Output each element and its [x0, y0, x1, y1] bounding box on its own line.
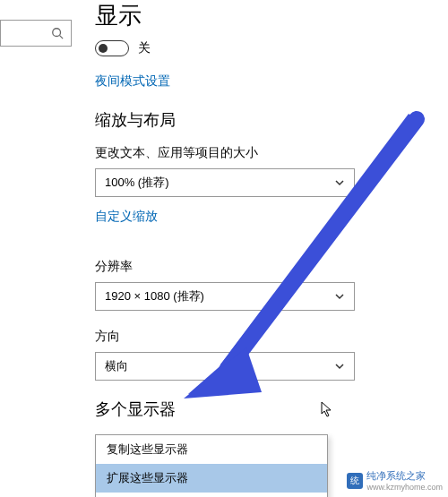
nightlight-settings-link[interactable]: 夜间模式设置: [95, 73, 170, 90]
resolution-group: 分辨率 1920 × 1080 (推荐): [95, 259, 435, 311]
orientation-group: 方向 横向: [95, 329, 435, 381]
text-size-label: 更改文本、应用等项目的大小: [95, 145, 435, 161]
chevron-down-icon: [334, 291, 345, 302]
list-item[interactable]: 复制这些显示器: [96, 435, 327, 464]
search-icon: [51, 27, 64, 39]
watermark-logo-icon: 统: [347, 473, 363, 489]
custom-scaling-link[interactable]: 自定义缩放: [95, 209, 158, 225]
orientation-value: 横向: [105, 358, 128, 374]
list-item[interactable]: 仅在 1 上显示: [96, 493, 327, 497]
orientation-dropdown[interactable]: 横向: [95, 352, 355, 381]
svg-line-1: [60, 36, 64, 39]
toggle-knob: [99, 44, 108, 53]
chevron-down-icon: [334, 361, 345, 372]
svg-point-0: [53, 29, 61, 37]
display-settings-panel: 显示 关 夜间模式设置 缩放与布局 更改文本、应用等项目的大小 100% (推荐…: [95, 0, 435, 497]
multi-display-listbox[interactable]: 复制这些显示器 扩展这些显示器 仅在 1 上显示 仅在 2 上显示: [95, 434, 328, 497]
watermark-brand: 纯净系统之家: [366, 470, 426, 481]
resolution-value: 1920 × 1080 (推荐): [105, 288, 204, 304]
text-size-dropdown[interactable]: 100% (推荐): [95, 168, 355, 197]
nightlight-state-label: 关: [138, 40, 151, 56]
nightlight-toggle-row: 关: [95, 40, 435, 56]
list-item[interactable]: 扩展这些显示器: [96, 464, 327, 493]
chevron-down-icon: [334, 177, 345, 188]
orientation-label: 方向: [95, 329, 435, 345]
resolution-label: 分辨率: [95, 259, 435, 275]
watermark-url: www.kzmyhome.com: [366, 483, 443, 492]
multi-display-heading: 多个显示器: [95, 398, 435, 420]
resolution-dropdown[interactable]: 1920 × 1080 (推荐): [95, 282, 355, 311]
search-input[interactable]: [0, 20, 72, 47]
cursor-icon: [321, 401, 333, 417]
page-title: 显示: [95, 0, 435, 31]
watermark: 统 纯净系统之家 www.kzmyhome.com: [347, 469, 443, 492]
scale-layout-heading: 缩放与布局: [95, 109, 435, 131]
text-size-value: 100% (推荐): [105, 175, 169, 191]
text-size-group: 更改文本、应用等项目的大小 100% (推荐) 自定义缩放: [95, 145, 435, 241]
nightlight-toggle[interactable]: [95, 40, 129, 56]
